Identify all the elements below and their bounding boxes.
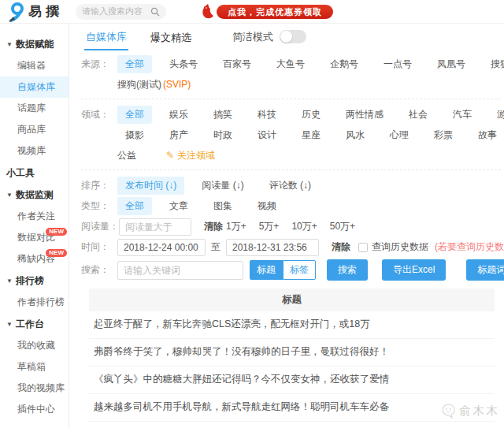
type-chip[interactable]: 视频 (250, 197, 284, 215)
section-title: 排行榜 (16, 275, 44, 286)
sidebar-item-author-ranking[interactable]: 作者排行榜 (0, 292, 69, 313)
simple-mode-label: 简洁模式 (232, 30, 273, 44)
filter-chip[interactable]: 摄影 (117, 126, 152, 144)
sidebar-item-my-videos[interactable]: 我的视频库 (0, 378, 69, 399)
svip-tag: (SVIP) (163, 79, 191, 90)
mode-title-button[interactable]: 标题 (250, 260, 283, 280)
filter-chip[interactable]: 社会 (401, 106, 435, 124)
type-chip[interactable]: 全部 (117, 197, 152, 215)
source-chip-list: 全部头条号百家号大鱼号企鹅号一点号凤凰号搜狐号网易号趣头条东方号 (117, 55, 504, 73)
main-content: 自媒体库 爆文精选 简洁模式 来源： 全部头条号百家号大鱼号企鹅号一点号凤凰号搜… (70, 24, 504, 428)
table-row[interactable]: 起亚终于醒了，新车比奔驰CLS还漂亮，配无框对开门，或18万 (89, 311, 495, 339)
sidebar-section-workbench[interactable]: ▼工作台 (0, 313, 69, 335)
time-clear-link[interactable]: 清除 (332, 240, 350, 254)
table-row[interactable]: 弗爵爷终于笑了，穆帅却哭了！没有穆帅的日子里，曼联过得很好！ (89, 339, 495, 367)
filter-chip[interactable]: 搞笑 (206, 106, 240, 124)
time-label: 时间： (81, 240, 117, 254)
header-search-input[interactable]: 请输入搜索内容 (76, 4, 166, 20)
filter-chip-sogou[interactable]: 搜狗(测试)(SVIP) (117, 76, 198, 94)
filter-chip[interactable]: 科技 (250, 106, 284, 124)
time-from-input[interactable] (117, 239, 206, 256)
sidebar-item-scarce-content[interactable]: 稀缺内容 NEW (0, 248, 69, 270)
filter-chip[interactable]: 企鹅号 (322, 55, 366, 73)
filter-chip[interactable]: 星座 (294, 126, 328, 144)
sidebar-item-drafts[interactable]: 草稿箱 (0, 356, 69, 378)
filter-chip[interactable]: 全部 (117, 106, 152, 124)
read-quick-option[interactable]: 50万+ (330, 221, 355, 232)
sidebar-section-tools[interactable]: 小工具 (0, 162, 69, 184)
type-chip-list: 全部文章图集视频 (117, 197, 294, 215)
coupon-banner-text: 点我，完成优惠券领取 (217, 5, 333, 19)
filter-chip[interactable]: 大鱼号 (269, 55, 313, 73)
keyword-input[interactable] (117, 261, 243, 280)
mode-tag-button[interactable]: 标签 (283, 260, 316, 280)
sidebar-item-editor[interactable]: 编辑器 (0, 55, 69, 76)
time-to-input[interactable] (226, 239, 319, 256)
filter-chip[interactable]: 时政 (206, 126, 240, 144)
export-excel-button[interactable]: 导出Excel (382, 259, 446, 281)
table-body: 起亚终于醒了，新车比奔驰CLS还漂亮，配无框对开门，或18万弗爵爷终于笑了，穆帅… (89, 311, 495, 428)
search-button[interactable]: 搜索 (327, 259, 368, 281)
sidebar-section-ranking[interactable]: ▼排行榜 (0, 270, 69, 292)
table-row[interactable]: 《疯丫头》中的糖糖大胖妞还记得吗？今不仅变女神，还收获了爱情 (89, 367, 495, 394)
filter-chip[interactable]: 一点号 (376, 55, 420, 73)
sidebar-item-plugin-center[interactable]: 插件中心 (0, 399, 69, 420)
sidebar-item-author-follow[interactable]: 作者关注 (0, 206, 69, 227)
divider (81, 169, 501, 170)
filter-chip[interactable]: 百家号 (215, 55, 259, 73)
filter-chip[interactable]: 搜狐号 (483, 55, 504, 73)
filter-chip[interactable]: 汽车 (445, 106, 480, 124)
read-threshold-input[interactable] (119, 218, 191, 236)
filter-chip[interactable]: 心理 (382, 126, 417, 144)
follow-field-link[interactable]: ✎关注领域 (166, 149, 215, 162)
history-checkbox-label: 查询历史数据 (372, 240, 428, 254)
wordfreq-button[interactable]: 标题词频统计 (466, 259, 504, 281)
filter-chip[interactable]: 彩票 (426, 126, 461, 144)
field-filter-row: 领域： 全部娱乐搞笑科技历史两性情感社会汽车游戏军事动漫美食 (81, 105, 504, 125)
tab-media-library[interactable]: 自媒体库 (84, 24, 128, 50)
sort-chip[interactable]: 评论数 (↓) (261, 177, 319, 195)
filter-chip[interactable]: 两性情感 (338, 106, 391, 124)
filter-chip[interactable]: 设计 (250, 126, 284, 144)
title-table: 标题 起亚终于醒了，新车比奔驰CLS还漂亮，配无框对开门，或18万弗爵爷终于笑了… (89, 288, 495, 428)
logo[interactable]: 易撰 (6, 2, 63, 22)
sidebar-section-data-monitor[interactable]: ▼数据监测 (0, 184, 69, 206)
filter-chip[interactable]: 头条号 (161, 55, 206, 73)
type-chip[interactable]: 文章 (161, 197, 196, 215)
history-checkbox[interactable] (358, 243, 368, 252)
sidebar-item-product-library[interactable]: 商品库 (0, 119, 69, 140)
search-label: 搜索： (81, 263, 117, 277)
sidebar-item-my-favorites[interactable]: 我的收藏 (0, 335, 69, 356)
sort-chip[interactable]: 阅读量 (↓) (194, 177, 251, 195)
filter-chip[interactable]: 历史 (294, 106, 328, 124)
table-row[interactable]: 越来越多司机不用手机导航，新式导航走红网络！聪明司机车车必备 (89, 394, 495, 422)
sidebar-item-media-library[interactable]: 自媒体库 (0, 76, 69, 98)
read-clear-link[interactable]: 清除 (204, 220, 223, 233)
sidebar-item-data-compare[interactable]: 数据对比 NEW (0, 227, 69, 248)
simple-mode-toggle[interactable] (280, 30, 306, 43)
table-row[interactable]: 一句流行语概括2018年，你会用哪句？ (89, 422, 495, 428)
field-label: 领域： (81, 108, 117, 121)
filter-chip[interactable]: 游戏 (489, 106, 504, 124)
filter-chip[interactable]: 房产 (161, 126, 196, 144)
sort-filter-row: 排序： 发布时间 (↓)阅读量 (↓)评论数 (↓) (81, 176, 504, 195)
sort-chip[interactable]: 发布时间 (↓) (117, 177, 184, 195)
tab-hot-articles[interactable]: 爆文精选 (149, 24, 193, 50)
read-quick-option[interactable]: 1万+ (226, 221, 246, 232)
filter-chip[interactable]: 故事 (470, 126, 504, 144)
field-chip-list-2: 摄影房产时政设计星座风水心理彩票故事小说国际国内传媒 (117, 125, 504, 145)
type-chip[interactable]: 图集 (206, 197, 240, 215)
sidebar-item-topic-library[interactable]: 话题库 (0, 98, 69, 119)
source-filter-row2: 搜狗(测试)(SVIP) (117, 75, 504, 95)
read-quick-option[interactable]: 5万+ (259, 221, 280, 232)
filter-chip[interactable]: 全部 (117, 55, 152, 73)
new-badge: NEW (46, 249, 67, 257)
sidebar-section-data-empower[interactable]: ▼数据赋能 (0, 33, 69, 55)
read-quick-option[interactable]: 10万+ (291, 221, 317, 232)
coupon-banner[interactable]: 点我，完成优惠券领取 (199, 2, 333, 21)
filter-chip[interactable]: 娱乐 (161, 106, 196, 124)
sidebar-item-video-library[interactable]: 视频库 (0, 140, 69, 162)
filter-chip[interactable]: 风水 (338, 126, 372, 144)
filter-chip[interactable]: 公益 (117, 147, 144, 165)
filter-chip[interactable]: 凤凰号 (429, 55, 473, 73)
